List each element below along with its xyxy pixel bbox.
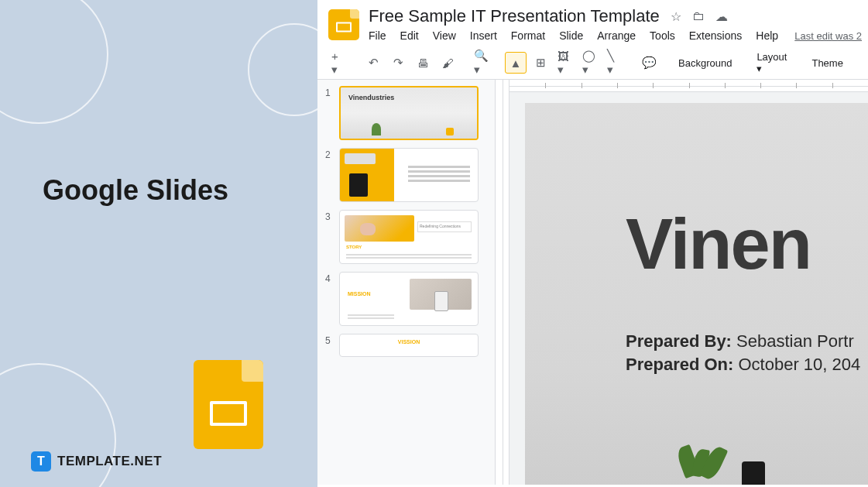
menu-help[interactable]: Help	[756, 29, 778, 42]
template-net-label: TEMPLATE.NET	[57, 454, 162, 469]
plant-graphic-icon	[680, 446, 726, 485]
keyboard-graphic-icon	[345, 153, 376, 164]
menu-extensions[interactable]: Extensions	[689, 29, 742, 42]
line-button[interactable]: ╲ ▾	[604, 52, 626, 74]
paint-format-button[interactable]: 🖌	[437, 52, 458, 74]
thumb5-label: VISSION	[398, 339, 420, 345]
thumbnail-row: 2	[325, 148, 487, 202]
slide-thumbnail-3[interactable]: Redefining Connections STORY	[339, 210, 479, 264]
horizontal-ruler	[509, 80, 868, 92]
slide-thumbnail-panel: 1 Vinendustries 2 3	[317, 80, 496, 485]
thumbnail-row: 5 VISSION	[325, 334, 487, 357]
last-edit-link[interactable]: Last edit was 2	[794, 30, 862, 42]
theme-button[interactable]: Theme	[805, 57, 849, 69]
promo-left-panel: Google Slides T TEMPLATE.NET	[0, 0, 317, 487]
thumb3-label: STORY	[346, 245, 362, 249]
promo-title: Google Slides	[43, 174, 228, 207]
menu-slide[interactable]: Slide	[559, 29, 583, 42]
tablet-graphic-icon	[349, 173, 368, 197]
select-tool-button[interactable]: ▲	[505, 52, 527, 74]
slide-thumbnail-2[interactable]	[339, 148, 479, 202]
workspace: 1 Vinendustries 2 3	[317, 80, 868, 485]
print-button[interactable]: 🖶	[412, 52, 434, 74]
thumb3-quote: Redefining Connections	[417, 221, 472, 232]
prepared-on-line[interactable]: Prepared On: October 10, 204	[626, 355, 860, 375]
menu-tools[interactable]: Tools	[650, 29, 675, 42]
textbox-button[interactable]: ⊞	[530, 52, 551, 74]
vertical-ruler	[496, 80, 509, 485]
thumbnail-row: 4 MISSION	[325, 272, 487, 326]
plant-graphic-icon	[372, 123, 381, 135]
slide-main-title[interactable]: Vinen	[626, 204, 811, 285]
layout-button[interactable]: Layout ▾	[750, 51, 793, 74]
toolbar: + ▾ ↶ ↷ 🖶 🖌 🔍 ▾ ▲ ⊞ 🖼 ▾ ◯ ▾ ╲ ▾ 💬 Backgr…	[317, 46, 868, 80]
background-button[interactable]: Background	[672, 57, 738, 69]
prepared-by-line[interactable]: Prepared By: Sebastian Portr	[626, 331, 854, 352]
cup-graphic-icon	[742, 461, 765, 485]
cup-graphic-icon	[446, 128, 454, 135]
slide-thumbnail-1[interactable]: Vinendustries	[339, 86, 479, 140]
menu-file[interactable]: File	[369, 29, 386, 42]
redo-button[interactable]: ↷	[387, 52, 409, 74]
google-slides-window: Free Sample IT Presentation Template ☆ 🗀…	[317, 0, 868, 487]
slide-number: 5	[325, 334, 333, 357]
shape-button[interactable]: ◯ ▾	[579, 52, 601, 74]
slide-number: 4	[325, 272, 333, 326]
slide-number: 1	[325, 86, 333, 140]
template-net-icon: T	[31, 451, 51, 472]
new-slide-button[interactable]: + ▾	[328, 52, 350, 74]
star-icon[interactable]: ☆	[671, 9, 681, 24]
zoom-button[interactable]: 🔍 ▾	[471, 52, 492, 74]
thumbnail-row: 3 Redefining Connections STORY	[325, 210, 487, 264]
slide-canvas[interactable]: Vinen Prepared By: Sebastian Portr Prepa…	[525, 103, 868, 485]
menu-view[interactable]: View	[433, 29, 456, 42]
google-slides-logo-icon	[194, 360, 263, 449]
thumb1-title-text: Vinendustries	[348, 94, 394, 101]
slide-number: 3	[325, 210, 333, 264]
move-icon[interactable]: 🗀	[692, 9, 705, 23]
decorative-curves	[0, 0, 317, 487]
thumbnail-row: 1 Vinendustries	[325, 86, 487, 140]
undo-button[interactable]: ↶	[362, 52, 384, 74]
canvas-area: Vinen Prepared By: Sebastian Portr Prepa…	[509, 80, 868, 485]
menu-insert[interactable]: Insert	[470, 29, 497, 42]
app-header: Free Sample IT Presentation Template ☆ 🗀…	[317, 0, 868, 42]
comment-button[interactable]: 💬	[638, 52, 660, 74]
cloud-status-icon[interactable]: ☁	[715, 9, 728, 24]
menu-bar: File Edit View Insert Format Slide Arran…	[369, 29, 868, 42]
slides-app-icon[interactable]	[328, 9, 359, 40]
slide-number: 2	[325, 148, 333, 202]
template-net-badge: T TEMPLATE.NET	[31, 451, 162, 472]
thumb4-label: MISSION	[348, 291, 371, 297]
image-button[interactable]: 🖼 ▾	[554, 52, 576, 74]
menu-arrange[interactable]: Arrange	[597, 29, 636, 42]
menu-format[interactable]: Format	[511, 29, 545, 42]
document-title[interactable]: Free Sample IT Presentation Template	[369, 6, 660, 26]
slide-thumbnail-5[interactable]: VISSION	[339, 334, 479, 357]
slide-thumbnail-4[interactable]: MISSION	[339, 272, 479, 326]
menu-edit[interactable]: Edit	[400, 29, 419, 42]
